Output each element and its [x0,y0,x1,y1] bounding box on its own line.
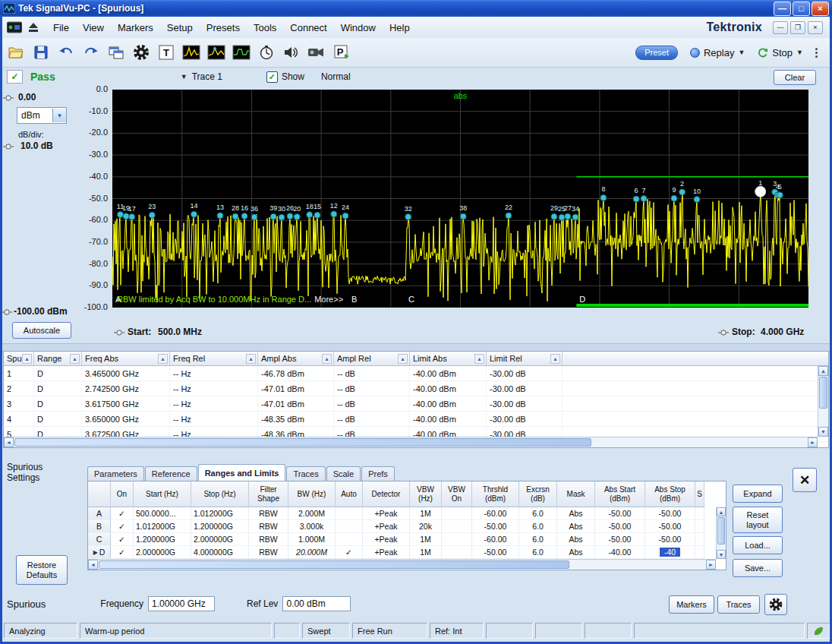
vbw-on-checkbox[interactable] [442,546,472,559]
spectrum-plot[interactable]: ABCD111917231413281636393026201815122432… [112,90,808,308]
text-marker-button[interactable]: T [155,41,178,64]
menu-presets[interactable]: Presets [200,19,247,36]
row-header[interactable]: B [88,520,111,533]
scroll-up-icon[interactable]: ▲ [818,366,828,376]
adjust-knob-icon[interactable] [3,94,14,102]
vbw-cell[interactable]: 20k [410,520,442,533]
menu-window[interactable]: Window [334,19,383,36]
vbw-cell[interactable]: 1M [410,507,442,520]
scroll-down-icon[interactable]: ▼ [818,427,828,437]
marker-26[interactable] [287,213,293,219]
auto-checkbox[interactable] [336,507,363,520]
ranges-table-vscrollbar[interactable]: ▲ ▼ [716,507,726,559]
mdi-minimize-button[interactable]: — [773,21,788,34]
marker-28[interactable] [232,213,238,219]
on-checkbox[interactable]: ✓ [111,507,134,520]
marker-2[interactable] [679,189,685,195]
mask-cell[interactable]: Abs [557,507,595,520]
vbw-on-checkbox[interactable] [442,533,472,546]
ranges-table-hscrollbar[interactable]: ◄ ► [88,559,716,570]
start-value[interactable]: 500.0 MHz [158,327,202,337]
close-button[interactable]: × [812,2,829,16]
sort-arrow-icon[interactable]: ▲ [22,354,32,364]
scroll-thumb[interactable] [14,438,591,447]
marker-14[interactable] [191,211,197,217]
db-div-value[interactable]: 10.0 dB [20,140,53,151]
abs-start-cell[interactable]: -50.00 [595,507,645,520]
on-checkbox[interactable]: ✓ [111,533,134,546]
auto-checkbox[interactable] [336,533,363,546]
marker-23[interactable] [149,212,155,218]
stop-cell[interactable]: 1.200000G [191,520,249,533]
vbw-cell[interactable]: 1M [410,546,442,559]
column-header-freq-rel[interactable]: Freq Rel▲ [170,352,258,366]
save-settings-button[interactable]: Save... [733,559,783,577]
filter-shape-cell[interactable]: RBW [249,507,288,520]
preset-p-button[interactable]: P [330,41,353,64]
column-header-ampl-rel[interactable]: Ampl Rel▲ [334,352,410,366]
marker-27[interactable] [565,213,571,219]
maximize-button[interactable]: □ [793,2,810,16]
show-checkbox[interactable]: ✓ [266,71,278,83]
menu-help[interactable]: Help [383,19,417,36]
spur-row[interactable]: 1D3.465000 GHz-- Hz-46.78 dBm-- dB-40.00… [4,366,828,381]
row-header[interactable]: ▶D [88,546,111,559]
clear-button[interactable]: Clear [774,70,816,85]
ref-level-value[interactable]: 0.00 [18,92,36,103]
tab-parameters[interactable]: Parameters [87,466,144,481]
marker-19[interactable] [123,213,129,219]
adjust-knob-icon[interactable] [2,308,12,316]
start-cell[interactable]: 500.0000... [134,507,191,520]
excursion-cell[interactable]: 6.0 [519,546,557,559]
audio-button[interactable] [280,41,303,64]
sort-arrow-icon[interactable]: ▲ [158,354,168,364]
abs-stop-cell[interactable]: -50.00 [645,520,695,533]
sort-arrow-icon[interactable]: ▲ [70,354,80,364]
marker-36[interactable] [251,214,257,220]
scroll-down-icon[interactable]: ▼ [717,550,726,559]
start-cell[interactable]: 1.012000G [134,520,191,533]
vbw-cell[interactable]: 1M [410,533,442,546]
abs-start-cell[interactable]: -40.00 [595,546,645,559]
mask-cell[interactable]: Abs [557,533,595,546]
tab-reference[interactable]: Reference [145,466,197,481]
bw-cell[interactable]: 20.000M [288,546,336,559]
mdi-close-button[interactable]: × [808,21,823,34]
start-cell[interactable]: 1.200000G [134,533,191,546]
column-header-ampl-abs[interactable]: Ampl Abs▲ [258,352,334,366]
spur-table-hscrollbar[interactable]: ◄ ► [4,437,818,447]
expand-button[interactable]: Expand [733,485,783,503]
marker-6[interactable] [633,196,639,202]
range-row-c[interactable]: C✓1.200000G2.000000GRBW1.000M+Peak1M-60.… [88,533,726,546]
marker-16[interactable] [241,213,247,219]
marker-18[interactable] [307,212,313,218]
menu-setup[interactable]: Setup [160,19,200,36]
traces-button[interactable]: Traces [717,595,760,614]
adjust-knob-icon[interactable] [718,329,729,336]
marker-17[interactable] [129,214,135,220]
stop-cell[interactable]: 2.000000G [191,533,249,546]
unit-combobox[interactable]: dBm ▼ [17,107,67,124]
row-header[interactable]: A [88,507,111,520]
filter-shape-cell[interactable]: RBW [249,533,288,546]
tab-scale[interactable]: Scale [326,466,361,481]
spectrum-button[interactable] [180,41,203,64]
range-row-b[interactable]: B✓1.012000G1.200000GRBW3.000k+Peak20k-50… [88,520,726,533]
abs-start-cell[interactable]: -50.00 [595,533,645,546]
marker-22[interactable] [506,213,512,219]
auto-checkbox[interactable]: ✓ [336,546,363,559]
marker-38[interactable] [460,213,466,219]
toolbar-overflow-button[interactable] [815,46,818,59]
threshold-cell[interactable]: -50.00 [472,520,519,533]
range-row-a[interactable]: A✓500.0000...1.012000GRBW2.000M+Peak1M-6… [88,507,726,520]
range-row-d[interactable]: ▶D✓2.000000G4.000000GRBW20.000M✓+Peak1M-… [88,546,726,559]
scroll-thumb[interactable] [819,377,827,409]
marker-24[interactable] [342,213,348,219]
reset-layout-button[interactable]: Reset layout [733,507,783,533]
instrument-icon[interactable] [7,21,22,33]
sort-arrow-icon[interactable]: ▲ [322,354,332,364]
abs-start-cell[interactable]: -50.00 [595,520,645,533]
marker-5[interactable] [777,192,783,198]
marker-12[interactable] [331,211,337,217]
marker-8[interactable] [600,194,607,200]
